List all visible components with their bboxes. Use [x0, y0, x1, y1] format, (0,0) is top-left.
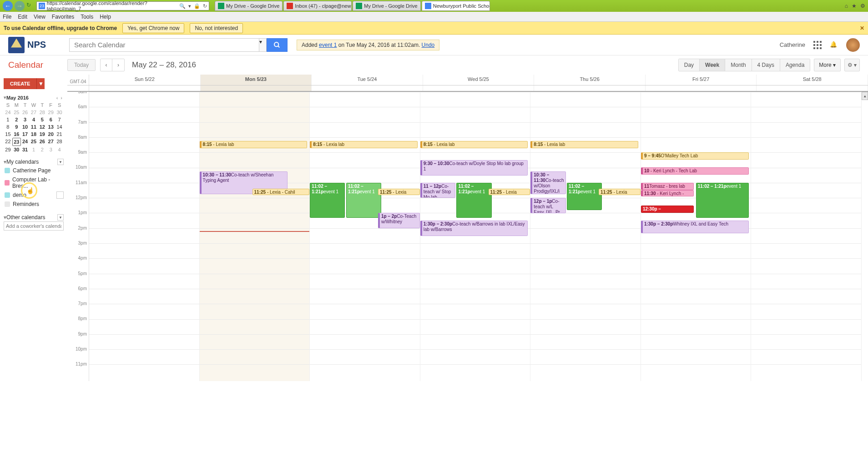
mini-cal-day[interactable]: 3 — [46, 146, 55, 153]
favorites-icon[interactable]: ★ — [852, 3, 857, 9]
calendar-event[interactable]: 11Tomasz - bres lab — [641, 183, 694, 190]
mini-cal-day[interactable]: 20 — [46, 131, 55, 138]
back-button[interactable]: ← — [3, 1, 13, 11]
calendar-event[interactable]: 11:25 - Lexia - Cahil — [252, 189, 310, 195]
mini-cal-day[interactable]: 13 — [46, 123, 55, 131]
calendar-event[interactable]: 11:02 – 1:21pevent 1 — [696, 183, 749, 218]
menu-tools[interactable]: Tools — [81, 14, 93, 20]
allday-cell[interactable] — [312, 85, 423, 91]
mini-cal-day[interactable]: 8 — [4, 123, 12, 131]
address-bar[interactable]: 23 https://calendar.google.com/calendar/… — [36, 1, 209, 10]
refresh-icon[interactable]: ↻ — [26, 2, 35, 10]
allday-row[interactable] — [67, 85, 868, 92]
other-calendars-menu-icon[interactable]: ▼ — [57, 214, 64, 221]
mini-cal-day[interactable]: 1 — [4, 116, 12, 123]
avatar[interactable] — [846, 38, 860, 52]
calendar-event[interactable]: 9:30 – 10:30Co-teach w/Doyle Stop Mo lab… — [420, 160, 528, 176]
calendar-event[interactable]: 8:15 - Lexia lab — [200, 141, 308, 148]
allday-cell[interactable] — [89, 85, 201, 91]
calendar-event[interactable]: 11:25 - Lexia — [599, 189, 641, 195]
search-options-dropdown[interactable]: ▾ — [259, 38, 267, 52]
add-coworker-input[interactable] — [4, 221, 64, 231]
apps-grid-icon[interactable] — [813, 41, 822, 49]
calendar-event[interactable]: 1:30p – 2:30pWhitney IXL and Easy Tech — [641, 221, 749, 233]
calendar-event[interactable]: 11:02 – 1:21pevent 1 — [310, 183, 345, 218]
mini-cal-day[interactable]: 30 — [12, 146, 21, 153]
calendar-event[interactable]: 10:30 – 11:30Co-teach w/Olson Prodigy/IX… — [530, 171, 565, 194]
calendar-item[interactable]: Computer Lab - Bres... — [4, 175, 64, 191]
allday-cell[interactable] — [646, 85, 757, 91]
mini-cal-day[interactable]: 25 — [30, 138, 38, 146]
day-column[interactable] — [751, 92, 862, 381]
mini-cal-day[interactable]: 11 — [30, 123, 38, 131]
mini-cal-day[interactable]: 24 — [21, 138, 30, 146]
calendar-event[interactable]: 11 – 12pCo-teach w/ Stop Mo lab — [420, 183, 455, 198]
mini-cal-day[interactable]: 27 — [46, 138, 55, 146]
day-header[interactable]: Fri 5/27 — [646, 75, 757, 85]
day-column[interactable]: 8:15 - Lexia lab10:30 – 11:30Co-teach w/… — [530, 92, 641, 381]
mini-cal-day[interactable]: 9 — [12, 123, 21, 131]
day-column[interactable] — [89, 92, 200, 381]
calendar-event[interactable]: 12p – 1pCo-teach w/L Easy, IXL, Pr — [530, 198, 565, 213]
home-icon[interactable]: ⌂ — [845, 3, 848, 9]
day-column[interactable]: 8:15 - Lexia lab11:02 – 1:21pevent 111:0… — [310, 92, 420, 381]
settings-icon[interactable]: ⚙ — [860, 3, 865, 9]
mini-cal-day[interactable]: 4 — [30, 116, 38, 123]
time-grid[interactable]: 5am6am7am8am9am10am11am12pm1pm2pm3pm4pm5… — [67, 92, 862, 462]
undo-link[interactable]: Undo — [422, 42, 435, 48]
more-button[interactable]: More ▾ — [814, 59, 841, 71]
mini-cal-day[interactable]: 25 — [12, 109, 21, 116]
user-name[interactable]: Catherine — [780, 41, 805, 48]
mini-cal-day[interactable]: 29 — [4, 146, 12, 153]
browser-tab[interactable]: My Drive - Google Drive — [215, 1, 283, 11]
notify-yes-button[interactable]: Yes, get Chrome now — [122, 23, 184, 33]
browser-tab[interactable]: Inbox (47) - clpage@newbury... — [283, 1, 352, 11]
reload-icon[interactable]: ↻ — [203, 3, 207, 9]
calendar-event[interactable]: 11:25 - Lexia — [489, 189, 530, 195]
other-calendars-header[interactable]: ▾ Other calendars ▼ — [4, 213, 64, 221]
prev-week-button[interactable]: ‹ — [101, 59, 112, 71]
today-button[interactable]: Today — [67, 59, 96, 71]
calendar-event[interactable]: 11:02 – 1:21pevent 1 — [456, 183, 491, 218]
day-column[interactable]: 8:15 - Lexia lab9:30 – 10:30Co-teach w/D… — [420, 92, 531, 381]
scroll-up-button[interactable]: ▴ — [862, 92, 868, 100]
calendar-event[interactable]: 1p – 2pCo-Teach w/Whitney — [378, 213, 420, 228]
mini-cal-day[interactable]: 31 — [21, 146, 30, 153]
view-tab-month[interactable]: Month — [725, 59, 752, 71]
calendar-event[interactable]: 11:02 – 1:21pevent 1 — [346, 183, 381, 218]
mini-cal-day[interactable]: 26 — [38, 138, 46, 146]
my-calendars-menu-icon[interactable]: ▼ — [57, 159, 64, 165]
mini-cal-day[interactable]: 27 — [30, 109, 38, 116]
mini-cal-day[interactable]: 2 — [12, 116, 21, 123]
mini-cal-day[interactable]: 2 — [38, 146, 46, 153]
mini-cal-day[interactable]: 3 — [21, 116, 30, 123]
mini-cal-day[interactable]: 7 — [55, 116, 64, 123]
mini-cal-day[interactable]: 24 — [4, 109, 12, 116]
next-week-button[interactable]: › — [112, 59, 124, 71]
mini-cal-day[interactable]: 6 — [46, 116, 55, 123]
mini-cal-day[interactable]: 18 — [30, 131, 38, 138]
calendar-event[interactable]: 11:25 - Lexia — [378, 189, 420, 195]
search-icon[interactable]: 🔍 — [179, 3, 186, 9]
view-tab-4-days[interactable]: 4 Days — [752, 59, 780, 71]
toast-event-link[interactable]: event 1 — [319, 42, 337, 48]
menu-view[interactable]: View — [34, 14, 45, 20]
menu-help[interactable]: Help — [100, 14, 111, 20]
mini-cal-day[interactable]: 28 — [38, 109, 46, 116]
day-column[interactable]: 9 – 9:45O'Malley Tech Lab10 - Keri Lynch… — [641, 92, 752, 381]
day-column[interactable]: 8:15 - Lexia lab10:30 – 11:30Co-teach w/… — [200, 92, 310, 381]
mini-cal-day[interactable]: 16 — [12, 131, 21, 138]
mini-cal-day[interactable]: 30 — [55, 109, 64, 116]
browser-tab[interactable]: Newburyport Public School...✕ — [422, 1, 490, 11]
calendar-event[interactable]: 8:15 - Lexia lab — [530, 141, 638, 148]
calendar-event[interactable]: 12:30p – 1:30pSheehan IXL and E — [641, 206, 694, 213]
day-header[interactable]: Sat 5/28 — [757, 75, 868, 85]
allday-cell[interactable] — [423, 85, 535, 91]
settings-gear-button[interactable]: ⚙ ▾ — [844, 59, 860, 71]
mini-cal-prev[interactable]: ‹ — [55, 95, 60, 100]
menu-favorites[interactable]: Favorites — [52, 14, 74, 20]
calendar-event[interactable]: 10 - Keri Lynch - Tech Lab — [641, 167, 749, 175]
view-tab-week[interactable]: Week — [700, 59, 725, 71]
view-tab-agenda[interactable]: Agenda — [780, 59, 810, 71]
create-dropdown[interactable]: ▼ — [36, 78, 45, 89]
